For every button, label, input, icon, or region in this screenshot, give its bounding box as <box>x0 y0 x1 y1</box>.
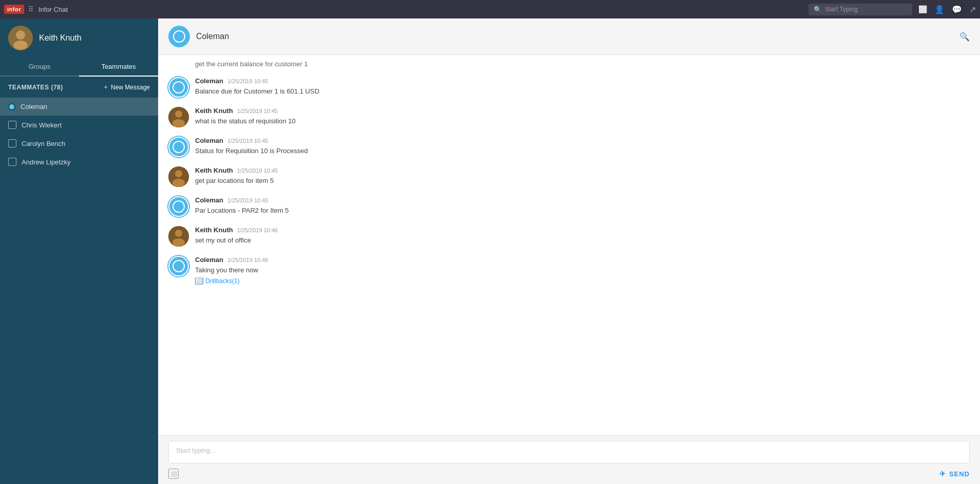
main-layout: Keith Knuth Groups Teammates TEAMMATES (… <box>0 18 980 484</box>
message-header: Coleman 1/25/2019 10:45 <box>195 196 970 204</box>
svg-point-8 <box>172 179 185 187</box>
person-icon[interactable]: 👤 <box>934 5 945 14</box>
teammates-header: TEAMMATES (78) ＋ New Message <box>0 77 158 98</box>
infor-logo: infor <box>4 5 24 14</box>
drillbacks-icon: ⬜ <box>195 277 203 285</box>
svg-point-5 <box>172 119 185 127</box>
message-header: Coleman 1/25/2019 10:45 <box>195 77 970 85</box>
tab-teammates[interactable]: Teammates <box>79 58 158 77</box>
sidebar: Keith Knuth Groups Teammates TEAMMATES (… <box>0 18 158 484</box>
nav-search-bar[interactable]: 🔍 <box>809 4 912 15</box>
svg-point-10 <box>175 230 182 237</box>
contact-name: Coleman <box>21 103 47 110</box>
nav-search-input[interactable] <box>825 6 907 13</box>
contact-item[interactable]: Andrew Lipetzky <box>0 153 158 171</box>
bot-avatar-ring <box>173 30 185 43</box>
svg-point-7 <box>175 170 182 177</box>
search-icon: 🔍 <box>814 6 822 13</box>
message-text: get par locations for item 5 <box>195 176 970 186</box>
message-row: Coleman 1/25/2019 10:45 Par Locations - … <box>168 196 970 217</box>
message-text: Taking you there now <box>195 265 970 275</box>
contact-item[interactable]: Carolyn Bench <box>0 134 158 153</box>
user-avatar <box>8 26 33 50</box>
message-header: Coleman 1/25/2019 10:46 <box>195 256 970 264</box>
drillbacks-link[interactable]: ⬜ Drillbacks(1) <box>195 277 240 285</box>
online-dot <box>8 103 15 110</box>
chat-box-icon <box>8 158 16 166</box>
svg-point-1 <box>16 30 25 40</box>
share-icon[interactable]: ↗ <box>969 5 976 14</box>
teammates-count: TEAMMATES (78) <box>8 84 63 91</box>
message-content: Coleman 1/25/2019 10:45 Status for Requi… <box>195 137 970 156</box>
chat-header-avatar <box>168 26 190 47</box>
chat-area: Coleman 🔍 get the current balance for cu… <box>158 18 980 484</box>
app-title: Infor Chat <box>39 6 809 13</box>
search-icon[interactable]: 🔍 <box>959 32 970 42</box>
message-text: what is the status of requisition 10 <box>195 116 970 126</box>
bot-inner-ring <box>172 81 185 94</box>
contact-item[interactable]: Coleman <box>0 98 158 116</box>
chat-icon[interactable]: 💬 <box>952 5 962 14</box>
message-text: set my out of office <box>195 235 970 246</box>
nav-icons: ⬜ 👤 💬 ↗ <box>918 5 976 14</box>
chat-header-name: Coleman <box>196 32 229 41</box>
contact-list: Coleman Chris Wiekert Carolyn Bench Andr… <box>0 98 158 484</box>
svg-point-11 <box>172 238 185 247</box>
input-area: Start typing... ⬜ ✈ SEND <box>158 435 980 484</box>
message-row: Coleman 1/25/2019 10:45 Balance due for … <box>168 77 970 98</box>
message-row: Keith Knuth 1/25/2019 10:45 what is the … <box>168 107 970 127</box>
message-row: Coleman 1/25/2019 10:46 Taking you there… <box>168 256 970 285</box>
screen-icon[interactable]: ⬜ <box>918 5 927 13</box>
tab-groups[interactable]: Groups <box>0 58 79 76</box>
messages-container: get the current balance for customer 1 C… <box>158 55 980 435</box>
message-content: Coleman 1/25/2019 10:45 Par Locations - … <box>195 196 970 216</box>
contact-name: Chris Wiekert <box>22 121 62 129</box>
contact-name: Andrew Lipetzky <box>22 158 70 166</box>
message-header: Keith Knuth 1/25/2019 10:46 <box>195 226 970 234</box>
grid-icon[interactable]: ⠿ <box>28 5 33 13</box>
chat-box-icon <box>8 139 16 147</box>
bot-avatar <box>168 196 189 217</box>
partial-message: get the current balance for customer 1 <box>168 60 970 68</box>
message-text: Balance due for Customer 1 is 601.1 USD <box>195 86 970 97</box>
input-toolbar: ⬜ ✈ SEND <box>158 467 980 484</box>
bot-avatar <box>168 137 189 157</box>
sidebar-header: Keith Knuth <box>0 18 158 58</box>
message-content: Coleman 1/25/2019 10:45 Balance due for … <box>195 77 970 97</box>
bot-avatar <box>168 77 189 98</box>
new-message-button[interactable]: ＋ New Message <box>103 83 150 91</box>
message-row: Keith Knuth 1/25/2019 10:45 get par loca… <box>168 166 970 187</box>
message-input-display[interactable]: Start typing... <box>168 441 970 463</box>
contact-item[interactable]: Chris Wiekert <box>0 116 158 134</box>
plus-icon: ＋ <box>103 83 109 91</box>
svg-point-2 <box>13 41 28 50</box>
bot-avatar <box>168 256 189 276</box>
sidebar-tabs: Groups Teammates <box>0 58 158 77</box>
message-header: Coleman 1/25/2019 10:45 <box>195 137 970 144</box>
message-header: Keith Knuth 1/25/2019 10:45 <box>195 107 970 115</box>
top-nav: infor ⠿ Infor Chat 🔍 ⬜ 👤 💬 ↗ <box>0 0 980 18</box>
message-text: Status for Requisition 10 is Processed <box>195 146 970 156</box>
message-content: Keith Knuth 1/25/2019 10:46 set my out o… <box>195 226 970 246</box>
user-avatar <box>168 166 189 187</box>
message-text: Par Locations - PAR2 for Item 5 <box>195 206 970 216</box>
message-row: Keith Knuth 1/25/2019 10:46 set my out o… <box>168 226 970 247</box>
message-content: Keith Knuth 1/25/2019 10:45 what is the … <box>195 107 970 126</box>
send-button[interactable]: ✈ SEND <box>939 470 970 478</box>
user-avatar <box>168 107 189 127</box>
user-avatar <box>168 226 189 247</box>
contact-name: Carolyn Bench <box>22 140 65 147</box>
send-arrow-icon: ✈ <box>939 470 946 478</box>
chat-box-icon <box>8 121 16 129</box>
message-header: Keith Knuth 1/25/2019 10:45 <box>195 166 970 174</box>
svg-point-4 <box>175 110 182 118</box>
user-name: Keith Knuth <box>39 33 82 43</box>
message-content: Coleman 1/25/2019 10:46 Taking you there… <box>195 256 970 285</box>
message-row: Coleman 1/25/2019 10:45 Status for Requi… <box>168 137 970 157</box>
message-content: Keith Knuth 1/25/2019 10:45 get par loca… <box>195 166 970 186</box>
attach-icon[interactable]: ⬜ <box>168 469 179 479</box>
chat-header: Coleman 🔍 <box>158 18 980 55</box>
